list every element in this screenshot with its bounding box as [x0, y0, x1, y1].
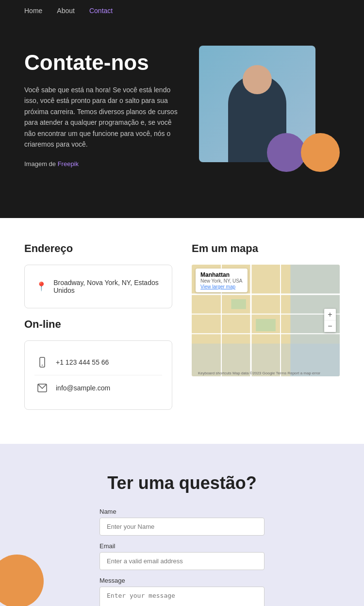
location-icon: 📍 — [34, 279, 48, 294]
message-label: Message — [99, 577, 265, 584]
phone-value: +1 123 444 55 66 — [56, 358, 109, 366]
online-title: On-line — [24, 318, 172, 331]
deco-orange-circle — [301, 133, 340, 172]
form-title: Ter uma questão? — [24, 473, 340, 493]
phone-icon — [34, 354, 50, 370]
map-title: Em um mapa — [192, 242, 340, 255]
map-location-name: Manhattan — [200, 271, 243, 278]
svg-rect-12 — [231, 299, 246, 309]
message-textarea[interactable] — [99, 587, 265, 606]
nav-about[interactable]: About — [57, 7, 75, 15]
form-deco-orange-circle — [0, 555, 44, 606]
hero-image-area — [199, 46, 340, 162]
name-label: Name — [99, 508, 265, 515]
map-sublocation: New York, NY, USA — [200, 278, 243, 284]
email-value: info@sample.com — [56, 384, 110, 392]
svg-rect-0 — [40, 357, 45, 367]
phone-row: +1 123 444 55 66 — [34, 350, 162, 375]
hero-credit: Imagem de Freepik — [24, 159, 180, 169]
zoom-in-button[interactable]: + — [324, 309, 336, 320]
deco-purple-circle — [267, 133, 306, 172]
address-card: 📍 Broadway, Nova York, NY, Estados Unido… — [24, 265, 172, 308]
hero-text: Contate-nos Você sabe que está na hora! … — [24, 50, 180, 179]
hero-section: Contate-nos Você sabe que está na hora! … — [0, 21, 364, 218]
name-input[interactable] — [99, 518, 265, 536]
email-icon — [34, 380, 50, 396]
hero-description: Você sabe que está na hora! Se você está… — [24, 84, 180, 150]
email-input[interactable] — [99, 552, 265, 570]
address-row: 📍 Broadway, Nova York, NY, Estados Unido… — [34, 274, 162, 299]
nav-home[interactable]: Home — [24, 7, 42, 15]
freepik-link[interactable]: Freepik — [58, 160, 79, 168]
email-row: info@sample.com — [34, 375, 162, 401]
email-label: Email — [99, 542, 265, 550]
map-zoom-controls: + − — [324, 309, 336, 332]
hero-title: Contate-nos — [24, 50, 180, 75]
map-footer-text: Keyboard shortcuts Map data ©2023 Google… — [198, 371, 320, 375]
message-field-group: Message — [99, 577, 265, 606]
contact-right: Em um mapa Manhattan New — [192, 242, 340, 420]
contact-form: Name Email Message I accept the TERMOS D… — [99, 508, 265, 606]
contact-left: Endereço 📍 Broadway, Nova York, NY, Esta… — [24, 242, 172, 420]
address-title: Endereço — [24, 242, 172, 255]
address-value: Broadway, Nova York, NY, Estados Unidos — [53, 279, 162, 294]
map-overlay: Manhattan New York, NY, USA View larger … — [196, 269, 248, 292]
view-larger-map-link[interactable]: View larger map — [200, 284, 235, 289]
map-container: Manhattan New York, NY, USA View larger … — [192, 265, 340, 376]
nav-contact[interactable]: Contact — [89, 7, 113, 15]
navbar: Home About Contact — [0, 0, 364, 21]
contact-info-section: Endereço 📍 Broadway, Nova York, NY, Esta… — [0, 218, 364, 444]
contact-form-section: Ter uma questão? Name Email Message I ac… — [0, 444, 364, 606]
svg-rect-13 — [256, 319, 276, 331]
online-card: +1 123 444 55 66 info@sample.com — [24, 340, 172, 410]
zoom-out-button[interactable]: − — [324, 320, 336, 332]
name-field-group: Name — [99, 508, 265, 536]
email-field-group: Email — [99, 542, 265, 570]
